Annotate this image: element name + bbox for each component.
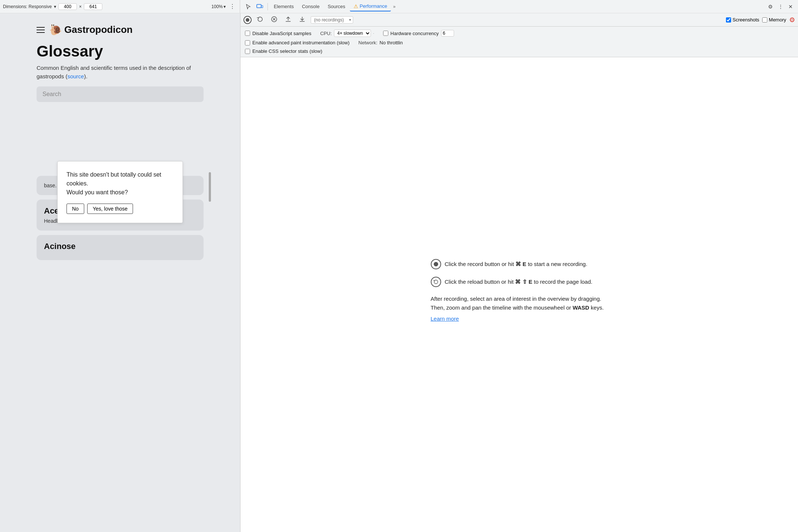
record-button[interactable] bbox=[243, 16, 252, 24]
settings-row-1: Disable JavaScript samples CPU: 4× slowd… bbox=[245, 30, 794, 37]
cookie-line2: Would you want those? bbox=[66, 189, 128, 195]
learn-more-link[interactable]: Learn more bbox=[431, 314, 459, 323]
record-text-post: to start a new recording. bbox=[528, 261, 587, 267]
instructions-container: Click the record button or hit ⌘ E to st… bbox=[416, 244, 623, 345]
main-area: 🐌 Gastropodicon Glossary Common English … bbox=[0, 13, 798, 532]
tab-sources[interactable]: Sources bbox=[324, 2, 349, 11]
cookie-buttons: No Yes, love those bbox=[66, 204, 174, 214]
glossary-desc-post: ). bbox=[84, 73, 87, 79]
screenshots-checkbox[interactable] bbox=[726, 17, 731, 23]
hw-concurrency-setting: Hardware concurrency bbox=[383, 30, 454, 37]
reload-text-pre: Click the reload button bbox=[445, 279, 500, 285]
disable-js-label: Disable JavaScript samples bbox=[252, 31, 311, 36]
record-text-pre: Click the record button bbox=[445, 261, 500, 267]
reload-instruction-text: Click the reload button or hit ⌘ ⇧ E to … bbox=[445, 277, 593, 286]
record-instruction-text: Click the record button or hit ⌘ E to st… bbox=[445, 260, 587, 269]
tab-performance[interactable]: ⚠ Performance bbox=[350, 2, 391, 11]
paint-checkbox[interactable] bbox=[245, 40, 250, 45]
tab-console[interactable]: Console bbox=[298, 2, 323, 11]
settings-row-2: Enable advanced paint instrumentation (s… bbox=[245, 40, 794, 45]
devtools-panel: (no recordings) Screenshots Memory ⚙ Dis… bbox=[240, 13, 798, 532]
hw-concurrency-label: Hardware concurrency bbox=[391, 31, 439, 36]
hw-concurrency-input[interactable] bbox=[441, 30, 454, 37]
cursor-icon-button[interactable] bbox=[243, 2, 253, 11]
tab-elements[interactable]: Elements bbox=[270, 2, 297, 11]
page-content: 🐌 Gastropodicon Glossary Common English … bbox=[28, 17, 212, 528]
tab-separator bbox=[267, 3, 268, 10]
yes-button[interactable]: Yes, love those bbox=[87, 204, 133, 214]
site-content: 🐌 Gastropodicon Glossary Common English … bbox=[28, 17, 212, 528]
devtools-main-content: Click the record button or hit ⌘ E to st… bbox=[241, 57, 798, 532]
cpu-label: CPU: bbox=[320, 31, 332, 36]
screenshots-wrap: Screenshots bbox=[726, 17, 759, 23]
performance-settings-gear[interactable]: ⚙ bbox=[789, 16, 795, 24]
hw-concurrency-checkbox[interactable] bbox=[383, 31, 388, 36]
devtools-dots-button[interactable]: ⋮ bbox=[776, 2, 785, 11]
network-label: Network: bbox=[358, 40, 377, 45]
paint-label: Enable advanced paint instrumentation (s… bbox=[252, 40, 349, 45]
more-tabs-button[interactable]: » bbox=[392, 3, 397, 11]
after-instruction-text: After recording, select an area of inter… bbox=[431, 294, 608, 312]
reload-button[interactable] bbox=[255, 15, 266, 25]
viewport-scrollbar[interactable] bbox=[209, 172, 211, 202]
cookie-line1: This site doesn't but totally could set … bbox=[66, 171, 161, 187]
reload-text-mid: or hit bbox=[501, 279, 514, 285]
cpu-select[interactable]: 4× slowdown bbox=[334, 30, 371, 37]
reload-icon bbox=[431, 277, 441, 287]
snail-icon: 🐌 bbox=[49, 24, 62, 36]
reload-instruction: Click the reload button or hit ⌘ ⇧ E to … bbox=[431, 277, 608, 287]
settings-gear-button[interactable]: ⚙ bbox=[766, 2, 775, 11]
reload-circle-icon bbox=[431, 277, 441, 287]
glossary-desc-text: Common English and scientific terms used… bbox=[37, 65, 191, 79]
zoom-control[interactable]: 100% ▾ bbox=[211, 4, 226, 9]
record-text-mid: or hit bbox=[502, 261, 514, 267]
record-instruction: Click the record button or hit ⌘ E to st… bbox=[431, 259, 608, 269]
hamburger-menu[interactable] bbox=[37, 27, 45, 33]
devtools-tabs-bar: Elements Console Sources ⚠ Performance »… bbox=[240, 0, 798, 13]
no-button[interactable]: No bbox=[66, 204, 84, 214]
cpu-separator: · bbox=[373, 31, 374, 35]
card-title-acinose: Acinose bbox=[44, 242, 196, 251]
source-link[interactable]: source bbox=[67, 73, 84, 79]
search-box[interactable]: Search bbox=[37, 86, 204, 102]
svg-rect-0 bbox=[257, 4, 261, 8]
more-options-button[interactable]: ⋮ bbox=[228, 2, 237, 11]
top-row: Dimensions: Responsive ▾ × 100% ▾ ⋮ Elem… bbox=[0, 0, 798, 13]
stop-button[interactable] bbox=[269, 15, 280, 25]
record-icon bbox=[431, 259, 441, 269]
devtools-close-button[interactable]: ✕ bbox=[786, 2, 795, 11]
zoom-value: 100% bbox=[211, 4, 223, 9]
site-header: 🐌 Gastropodicon bbox=[28, 17, 212, 42]
css-checkbox[interactable] bbox=[245, 49, 250, 54]
height-input[interactable] bbox=[84, 3, 102, 10]
network-setting: Network: No throttlin bbox=[358, 40, 403, 45]
record-shortcut: ⌘ E bbox=[515, 261, 526, 267]
recordings-dropdown-wrap[interactable]: (no recordings) bbox=[311, 16, 353, 24]
svg-rect-1 bbox=[262, 6, 263, 8]
upload-button[interactable] bbox=[283, 15, 294, 25]
width-input[interactable] bbox=[58, 3, 77, 10]
screenshots-label: Screenshots bbox=[733, 17, 759, 23]
disable-js-checkbox[interactable] bbox=[245, 31, 250, 36]
search-placeholder: Search bbox=[42, 91, 61, 97]
hamburger-line bbox=[37, 27, 45, 28]
logo-text: Gastropodicon bbox=[64, 24, 133, 35]
glossary-title: Glossary bbox=[37, 42, 204, 60]
glossary-description: Common English and scientific terms used… bbox=[37, 64, 204, 81]
zoom-chevron-icon: ▾ bbox=[224, 4, 226, 9]
site-logo: 🐌 Gastropodicon bbox=[49, 24, 133, 36]
viewport-toolbar: Dimensions: Responsive ▾ × 100% ▾ ⋮ bbox=[0, 0, 240, 13]
hamburger-line bbox=[37, 30, 45, 30]
cookie-banner: This site doesn't but totally could set … bbox=[57, 161, 183, 223]
disable-js-setting: Disable JavaScript samples bbox=[245, 31, 311, 36]
download-button[interactable] bbox=[297, 15, 308, 25]
glossary-section: Glossary Common English and scientific t… bbox=[28, 42, 212, 102]
reload-text-post: to record the page load. bbox=[534, 279, 592, 285]
recordings-select[interactable]: (no recordings) bbox=[311, 16, 353, 24]
memory-checkbox[interactable] bbox=[762, 17, 767, 23]
chevron-down-icon: ▾ bbox=[54, 4, 56, 9]
memory-wrap: Memory bbox=[762, 17, 786, 23]
hamburger-line bbox=[37, 32, 45, 33]
device-emulation-button[interactable] bbox=[254, 2, 265, 11]
cookie-text: This site doesn't but totally could set … bbox=[66, 170, 174, 197]
